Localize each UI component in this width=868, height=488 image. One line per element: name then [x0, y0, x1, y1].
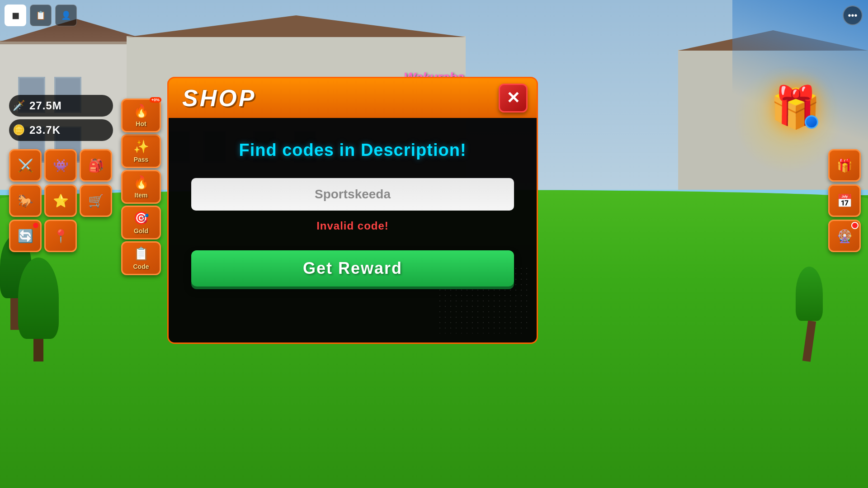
- hot-icon: 🔥: [133, 103, 149, 118]
- pass-label: Pass: [134, 156, 149, 163]
- sword-stat-bar: 🗡️ 27.5M: [9, 95, 113, 117]
- roblox-logo-btn[interactable]: ◼: [5, 5, 26, 26]
- gold-icon: 🎯: [133, 211, 149, 225]
- item-icon: 🔥: [133, 175, 149, 190]
- gold-tab[interactable]: 🎯 Gold: [121, 206, 161, 239]
- swords-button[interactable]: ⚔️: [9, 149, 42, 182]
- code-icon: 📋: [133, 246, 149, 261]
- find-codes-heading: Find codes in Description!: [191, 141, 514, 160]
- pass-tab[interactable]: ✨ Pass: [121, 134, 161, 168]
- right-hud: 🎁 📅 🎡: [828, 149, 861, 252]
- gift-button[interactable]: 🎁: [828, 149, 861, 182]
- cart-button[interactable]: 🛒: [80, 184, 112, 217]
- refresh-button[interactable]: 🔄: [9, 220, 42, 252]
- coin-stat-bar: 🪙 23.7K: [9, 119, 113, 141]
- close-icon: ✕: [506, 90, 520, 106]
- item-tab[interactable]: 🔥 Item: [121, 170, 161, 204]
- sword-icon: 🗡️: [13, 100, 25, 112]
- code-tab[interactable]: 📋 Code: [121, 241, 161, 275]
- sword-amount: 27.5M: [29, 99, 62, 112]
- top-bar: ◼ 📋 👤: [5, 5, 77, 26]
- code-input-wrapper: [191, 178, 514, 211]
- shop-header: SHOP ✕: [167, 77, 538, 118]
- character-button[interactable]: 👾: [44, 149, 77, 182]
- coin-icon: 🪙: [13, 124, 25, 136]
- pass-icon: ✨: [133, 139, 149, 154]
- gift-circle-badge: [805, 115, 818, 129]
- action-buttons: ⚔️ 👾 🎒 🐎 ⭐ 🛒 🔄 📍: [9, 149, 112, 252]
- shop-title: SHOP: [182, 84, 256, 112]
- leaderboard-btn[interactable]: 📋: [30, 5, 52, 26]
- bag-button[interactable]: 🎒: [80, 149, 112, 182]
- shop-body: Find codes in Description! Invalid code!…: [167, 118, 538, 344]
- shop-modal: SHOP ✕ Find codes in Description! Invali…: [167, 77, 538, 344]
- refresh-notification: [33, 223, 38, 228]
- map-button[interactable]: 📍: [44, 220, 77, 252]
- item-label: Item: [135, 192, 148, 199]
- hot-tab[interactable]: 🔥 Hot +0%: [121, 99, 161, 132]
- star-button[interactable]: ⭐: [44, 184, 77, 217]
- shop-close-button[interactable]: ✕: [499, 84, 528, 113]
- coin-amount: 23.7K: [29, 124, 61, 136]
- shop-sidebar-tabs: 🔥 Hot +0% ✨ Pass 🔥 Item 🎯 Gold 📋 Code: [121, 99, 161, 275]
- calendar-button[interactable]: 📅: [828, 184, 861, 217]
- left-hud: 🗡️ 27.5M 🪙 23.7K: [9, 95, 113, 141]
- profile-btn[interactable]: 👤: [55, 5, 77, 26]
- gift-decoration: 🎁: [770, 84, 821, 131]
- code-input[interactable]: [191, 178, 514, 211]
- hot-label: Hot: [136, 120, 146, 127]
- wheel-button[interactable]: 🎡: [828, 220, 861, 252]
- menu-btn[interactable]: •••: [843, 5, 863, 25]
- invalid-code-message: Invalid code!: [191, 220, 514, 232]
- get-reward-button[interactable]: Get Reward: [191, 250, 514, 286]
- mount-button[interactable]: 🐎: [9, 184, 42, 217]
- gold-label: Gold: [134, 227, 148, 235]
- hot-badge: +0%: [150, 97, 161, 103]
- menu-icon: •••: [848, 10, 857, 21]
- code-label: Code: [133, 263, 149, 270]
- wheel-notification: [851, 222, 859, 229]
